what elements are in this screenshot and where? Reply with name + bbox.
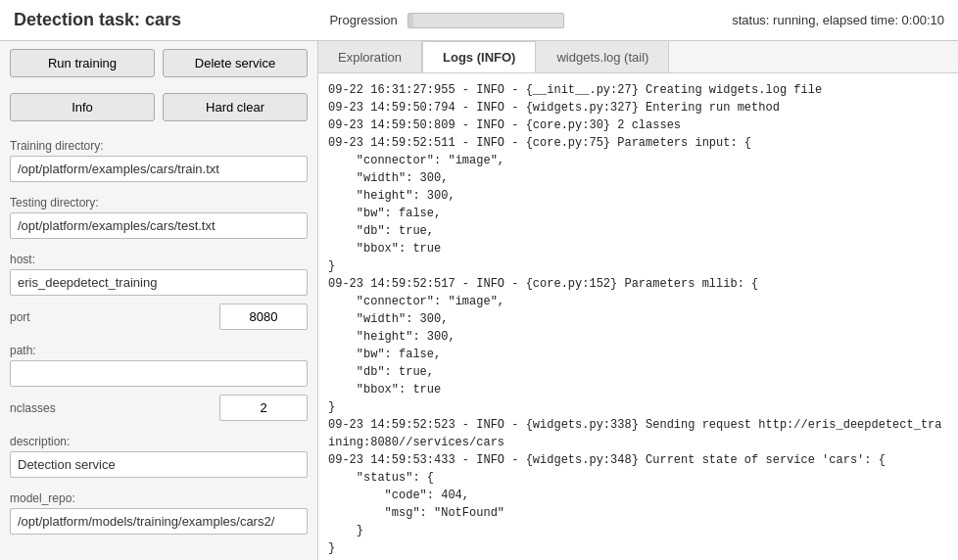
training-directory-label: Training directory: xyxy=(10,139,308,153)
left-panel: Run training Delete service Info Hard cl… xyxy=(0,41,318,560)
model-repo-group: model_repo: xyxy=(0,482,317,538)
progress-bar xyxy=(407,13,564,28)
port-label: port xyxy=(10,310,212,324)
host-group: host: xyxy=(0,243,317,300)
page-title: Detection task: cars xyxy=(14,10,181,30)
hard-clear-button[interactable]: Hard clear xyxy=(163,93,308,121)
training-directory-input[interactable] xyxy=(10,156,308,182)
header-center: Progression xyxy=(181,13,712,28)
header: Detection task: cars Progression status:… xyxy=(0,0,958,41)
right-panel: ExplorationLogs (INFO)widgets.log (tail)… xyxy=(318,41,958,560)
description-input[interactable] xyxy=(10,451,308,478)
model-repo-label: model_repo: xyxy=(10,491,308,505)
host-input[interactable] xyxy=(10,269,308,296)
description-group: description: xyxy=(0,425,317,482)
status-text: status: running, elapsed time: 0:00:10 xyxy=(732,13,944,27)
primary-buttons: Run training Delete service xyxy=(0,41,317,85)
tab-logs[interactable]: Logs (INFO) xyxy=(422,41,536,72)
delete-service-button[interactable]: Delete service xyxy=(163,49,308,77)
secondary-buttons: Info Hard clear xyxy=(0,85,317,129)
nclasses-label: nclasses xyxy=(10,401,212,415)
port-group: port xyxy=(0,300,317,334)
progress-bar-fill xyxy=(408,14,413,27)
path-input[interactable] xyxy=(10,360,308,387)
description-label: description: xyxy=(10,435,308,448)
tab-exploration[interactable]: Exploration xyxy=(318,41,422,72)
nclasses-group: nclasses xyxy=(0,391,317,425)
testing-directory-group: Testing directory: xyxy=(0,186,317,243)
host-label: host: xyxy=(10,253,308,266)
tabs-bar: ExplorationLogs (INFO)widgets.log (tail) xyxy=(318,41,958,73)
path-label: path: xyxy=(10,344,308,357)
tab-widgets[interactable]: widgets.log (tail) xyxy=(536,41,669,72)
training-directory-group: Training directory: xyxy=(0,129,317,186)
info-button[interactable]: Info xyxy=(10,93,155,121)
model-repo-input[interactable] xyxy=(10,508,308,535)
testing-directory-input[interactable] xyxy=(10,212,308,239)
log-area[interactable]: 09-22 16:31:27:955 - INFO - {__init__.py… xyxy=(318,73,958,560)
path-group: path: xyxy=(0,334,317,391)
main-layout: Run training Delete service Info Hard cl… xyxy=(0,41,958,560)
nclasses-input[interactable] xyxy=(219,395,308,421)
port-input[interactable] xyxy=(219,303,308,330)
testing-directory-label: Testing directory: xyxy=(10,196,308,210)
progression-label: Progression xyxy=(329,13,397,27)
run-training-button[interactable]: Run training xyxy=(10,49,155,77)
